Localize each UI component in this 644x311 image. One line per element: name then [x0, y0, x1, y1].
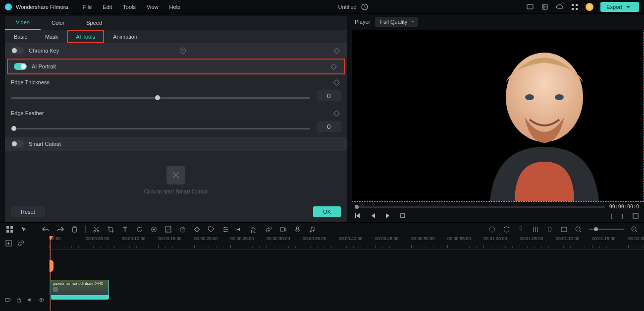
link-icon[interactable] [265, 226, 272, 233]
ai-portrait-toggle[interactable] [14, 63, 27, 70]
pointer-icon[interactable] [20, 226, 28, 233]
brace-close-icon[interactable]: } [621, 213, 624, 219]
svg-point-9 [555, 94, 564, 100]
edge-feather-slider[interactable] [11, 128, 310, 129]
stop-icon[interactable] [399, 212, 406, 219]
keyframe-icon[interactable] [333, 48, 340, 54]
grid-icon[interactable] [6, 226, 13, 233]
redo-icon[interactable] [56, 226, 64, 233]
svg-rect-13 [6, 226, 9, 229]
step-back-icon[interactable] [355, 212, 362, 219]
svg-rect-14 [10, 226, 13, 229]
playhead-handle[interactable] [50, 260, 54, 272]
speed-icon[interactable] [179, 226, 186, 233]
subtab-basic[interactable]: Basic [5, 30, 36, 43]
track-add-icon[interactable] [5, 240, 12, 247]
menu-file[interactable]: File [83, 4, 92, 10]
crop-icon[interactable] [107, 226, 114, 233]
zoom-out-icon[interactable] [575, 226, 582, 233]
edge-thickness-input[interactable] [317, 90, 341, 101]
fit-icon[interactable] [560, 226, 568, 233]
slider-thumb[interactable] [11, 126, 16, 131]
menu-edit[interactable]: Edit [103, 4, 112, 10]
play-icon[interactable] [384, 212, 391, 219]
cloud-sync-icon[interactable] [361, 3, 369, 11]
tab-speed[interactable]: Speed [75, 16, 113, 30]
render-icon[interactable] [488, 226, 496, 233]
smart-cutout-toggle[interactable] [11, 140, 24, 147]
adjust-icon[interactable] [222, 226, 229, 233]
scrub-track[interactable] [355, 206, 605, 208]
track-mute-icon[interactable] [27, 296, 33, 304]
ok-button[interactable]: OK [313, 206, 341, 217]
track-eye-icon[interactable] [38, 296, 44, 304]
player-scrub: 00:00:00:0 [350, 202, 644, 211]
clip[interactable]: pexels-roman-odintsov-6445 [51, 280, 109, 300]
keyframe-icon[interactable] [333, 79, 340, 86]
zoom-in-icon[interactable] [631, 226, 638, 233]
player-viewport[interactable] [352, 30, 644, 202]
menu-view[interactable]: View [147, 4, 159, 10]
keyframe-icon[interactable] [330, 63, 337, 70]
track-video-icon[interactable] [5, 296, 11, 304]
timeline-ruler[interactable]: 00:0000:00:05:0000:00:10:0000:00:15:0000… [50, 236, 644, 250]
reset-button[interactable]: Reset [11, 206, 45, 217]
cut-icon[interactable] [93, 226, 100, 233]
smart-cutout-start-button[interactable] [166, 166, 185, 185]
zoom-slider[interactable] [589, 229, 624, 230]
subtab-mask[interactable]: Mask [36, 30, 67, 43]
record-icon[interactable] [279, 226, 287, 233]
device-icon[interactable] [526, 3, 534, 11]
edge-feather-input[interactable] [317, 121, 341, 132]
menu-tools[interactable]: Tools [123, 4, 136, 10]
shield-icon[interactable] [503, 226, 510, 233]
library-icon[interactable] [541, 3, 549, 11]
rotate-icon[interactable] [136, 226, 143, 233]
track-link-icon[interactable] [17, 240, 25, 247]
edge-thickness-slider-row [5, 89, 347, 106]
marker-icon[interactable] [546, 226, 553, 233]
ai-portrait-highlight: AI Portrait [7, 59, 345, 74]
svg-rect-27 [280, 228, 284, 231]
menu-help[interactable]: Help [169, 4, 181, 10]
effects-icon[interactable] [251, 226, 258, 233]
mask-icon[interactable] [150, 226, 158, 233]
svg-point-29 [310, 231, 312, 232]
apps-icon[interactable] [571, 3, 579, 11]
export-button[interactable]: Export [600, 2, 639, 12]
svg-rect-23 [195, 227, 200, 232]
chroma-key-toggle[interactable] [11, 47, 24, 54]
document-title-area: Untitled [180, 3, 526, 11]
ruler-tick: 00:00:10:00 [122, 236, 146, 241]
brace-open-icon[interactable]: { [610, 213, 613, 219]
fullscreen-icon[interactable] [632, 212, 639, 219]
avatar-icon[interactable] [586, 3, 593, 11]
subtab-ai-tools[interactable]: AI Tools [67, 30, 104, 43]
info-icon[interactable]: ? [180, 48, 186, 54]
keyframe-icon[interactable] [333, 110, 340, 117]
text-icon[interactable] [121, 226, 129, 233]
music-note-icon[interactable] [308, 226, 316, 233]
play-back-icon[interactable] [370, 212, 376, 219]
subtab-animation[interactable]: Animation [104, 30, 146, 43]
track-lock-icon[interactable] [16, 296, 22, 304]
mic-icon[interactable] [517, 226, 525, 233]
quality-dropdown[interactable]: Full Quality [375, 17, 418, 27]
audio-mute-icon[interactable] [236, 226, 244, 233]
tag-icon[interactable] [208, 226, 215, 233]
upload-cloud-icon[interactable] [556, 3, 564, 11]
tab-video[interactable]: Video [5, 16, 41, 30]
mixer-icon[interactable] [532, 226, 539, 233]
delete-icon[interactable] [71, 226, 78, 233]
keyframe-tool-icon[interactable] [193, 226, 201, 233]
timeline-tracks[interactable]: 00:0000:00:05:0000:00:10:0000:00:15:0000… [50, 236, 644, 311]
undo-icon[interactable] [42, 226, 50, 233]
voice-icon[interactable] [294, 226, 301, 233]
scrub-thumb[interactable] [355, 205, 359, 209]
tab-color[interactable]: Color [41, 16, 75, 30]
color-icon[interactable] [164, 226, 172, 233]
slider-thumb[interactable] [155, 95, 160, 100]
zoom-thumb[interactable] [594, 227, 598, 231]
edge-thickness-slider[interactable] [11, 97, 310, 99]
svg-rect-38 [17, 300, 21, 302]
